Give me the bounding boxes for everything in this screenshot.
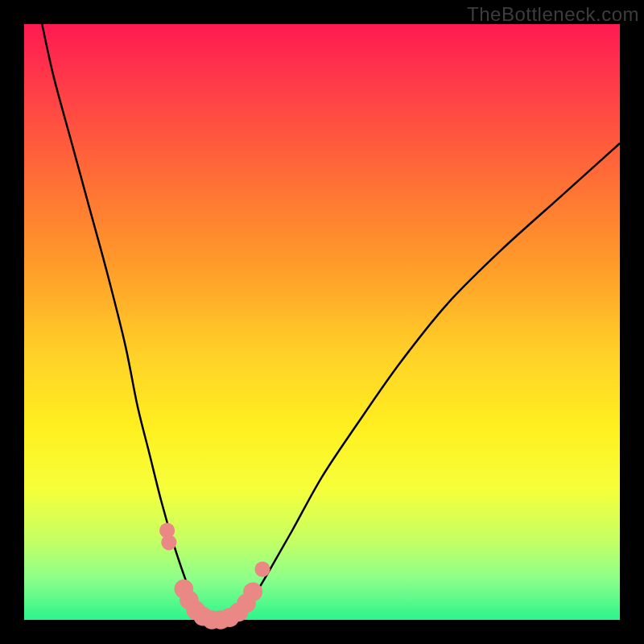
bead-marker: [161, 535, 176, 550]
chart-plot-area: [24, 24, 620, 620]
watermark-text: TheBottleneck.com: [467, 3, 639, 26]
bead-markers: [159, 522, 270, 629]
left-curve: [42, 24, 203, 620]
right-curve: [238, 143, 620, 620]
bead-marker: [243, 582, 262, 601]
curves-svg: [24, 24, 620, 620]
chart-frame: TheBottleneck.com: [0, 0, 644, 644]
bead-marker: [254, 561, 270, 576]
